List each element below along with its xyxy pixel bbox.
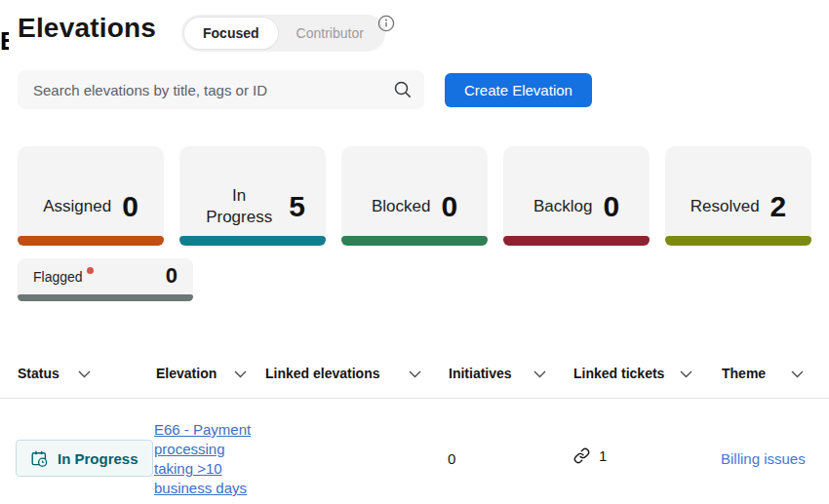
column-header-linked-tickets: Linked tickets	[573, 366, 664, 381]
stat-value: 0	[441, 190, 457, 223]
clipped-edge-artifact: E	[0, 26, 9, 56]
theme-link[interactable]: Billing issues	[721, 450, 806, 467]
stat-value: 2	[770, 190, 787, 223]
search-field	[18, 70, 424, 109]
chevron-down-icon[interactable]	[78, 370, 91, 378]
calendar-clock-icon	[30, 449, 49, 468]
stat-color-bar	[18, 236, 164, 246]
stat-color-bar	[503, 236, 650, 246]
stat-color-bar	[341, 236, 488, 246]
toggle-option-contributor[interactable]: Contributor	[278, 18, 382, 49]
chevron-down-icon[interactable]	[234, 370, 247, 378]
column-header-initiatives: Initiatives	[449, 366, 512, 381]
flagged-dot-icon	[87, 267, 94, 274]
table-header-divider	[0, 398, 829, 399]
linked-tickets-cell[interactable]: 1	[573, 447, 607, 464]
link-icon	[573, 447, 590, 464]
stat-value: 0	[166, 263, 178, 289]
stat-label: Backlog	[533, 196, 592, 217]
info-icon[interactable]	[377, 15, 395, 32]
chevron-down-icon[interactable]	[533, 370, 546, 378]
stat-card-in-progress[interactable]: In Progress 5	[179, 146, 326, 246]
chevron-down-icon[interactable]	[791, 370, 804, 378]
view-mode-toggle: Focused Contributor	[181, 15, 385, 52]
stats-row: Assigned 0 In Progress 5 Blocked 0 Backl…	[18, 146, 811, 246]
stat-card-assigned[interactable]: Assigned 0	[18, 146, 164, 246]
status-badge-label: In Progress	[58, 450, 138, 467]
stat-value: 0	[122, 190, 138, 223]
stat-label: In Progress	[200, 185, 278, 228]
create-elevation-button[interactable]: Create Elevation	[445, 73, 592, 107]
stat-color-bar	[179, 236, 326, 246]
column-header-linked-elevations: Linked elevations	[265, 366, 379, 381]
elevation-link[interactable]: E66 - Payment processing taking >10 busi…	[154, 420, 265, 498]
stat-card-resolved[interactable]: Resolved 2	[665, 146, 811, 246]
column-header-status: Status	[18, 366, 59, 381]
stat-card-backlog[interactable]: Backlog 0	[503, 146, 650, 246]
stat-card-blocked[interactable]: Blocked 0	[341, 146, 488, 246]
stat-value: 0	[603, 190, 619, 223]
status-badge: In Progress	[16, 440, 153, 477]
stat-color-bar	[18, 294, 193, 301]
search-icon[interactable]	[393, 80, 413, 103]
page-title: Elevations	[18, 13, 156, 44]
stat-label: Blocked	[372, 196, 430, 217]
clipped-edge-glyph: E	[0, 26, 9, 56]
chevron-down-icon[interactable]	[680, 370, 692, 378]
column-header-elevation: Elevation	[156, 366, 217, 381]
stat-label: Flagged	[33, 267, 94, 285]
chevron-down-icon[interactable]	[409, 370, 421, 378]
search-input[interactable]	[18, 70, 424, 109]
stat-card-flagged[interactable]: Flagged 0	[18, 258, 193, 301]
toggle-option-focused[interactable]: Focused	[184, 18, 278, 49]
stat-value: 5	[289, 190, 305, 223]
stat-label: Assigned	[43, 196, 111, 217]
initiatives-count: 0	[448, 450, 455, 467]
stat-color-bar	[665, 236, 811, 246]
linked-tickets-count: 1	[599, 447, 607, 464]
column-header-theme: Theme	[722, 366, 766, 381]
elevations-page: E Elevations Focused Contributor Create …	[0, 0, 829, 504]
stat-label: Resolved	[691, 196, 760, 217]
